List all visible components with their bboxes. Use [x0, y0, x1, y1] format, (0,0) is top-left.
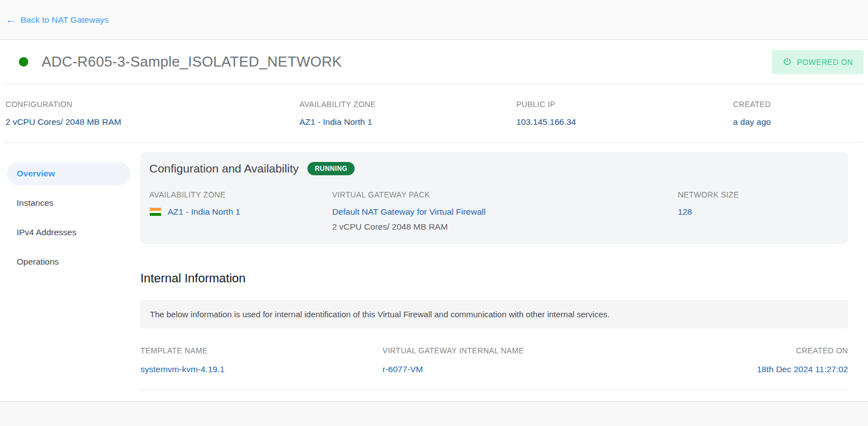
summary-created: CREATED a day ago [733, 100, 862, 127]
card-az-label: AVAILABILITY ZONE [149, 190, 332, 199]
page-title: ADC-R605-3-Sample_ISOLATED_NETWORK [42, 53, 772, 70]
footer-bar [0, 401, 868, 426]
summary-availability-zone: AVAILABILITY ZONE AZ1 - India North 1 [300, 100, 517, 127]
status-dot-icon [19, 57, 28, 67]
network-size-label: NETWORK SIZE [678, 190, 839, 199]
created-value[interactable]: a day ago [733, 117, 862, 127]
created-on-label: CREATED ON [650, 346, 848, 355]
template-name-field: TEMPLATE NAME systemvm-kvm-4.19.1 [140, 346, 382, 374]
gateway-pack-sub-value: 2 vCPU Cores/ 2048 MB RAM [332, 222, 678, 232]
availability-zone-value[interactable]: AZ1 - India North 1 [300, 117, 517, 127]
template-name-label: TEMPLATE NAME [140, 346, 382, 355]
availability-zone-label: AVAILABILITY ZONE [300, 100, 517, 109]
public-ip-value[interactable]: 103.145.166.34 [516, 117, 733, 127]
configuration-value[interactable]: 2 vCPU Cores/ 2048 MB RAM [6, 117, 300, 127]
configuration-label: CONFIGURATION [6, 100, 300, 109]
back-arrow-icon: ← [6, 14, 16, 25]
created-on-value[interactable]: 18th Dec 2024 11:27:02 [650, 364, 848, 374]
power-icon [783, 57, 792, 67]
card-fields: AVAILABILITY ZONE AZ1 - India North 1 VI… [149, 190, 839, 232]
powered-on-badge[interactable]: POWERED ON [772, 50, 864, 74]
summary-configuration: CONFIGURATION 2 vCPU Cores/ 2048 MB RAM [6, 100, 300, 127]
internal-name-value[interactable]: r-6077-VM [382, 364, 650, 374]
sidebar-item-overview[interactable]: Overview [7, 162, 130, 185]
card-network-size: NETWORK SIZE 128 [678, 190, 839, 232]
content-area: Overview Instances IPv4 Addresses Operat… [0, 143, 868, 401]
card-availability-zone: AVAILABILITY ZONE AZ1 - India North 1 [149, 190, 332, 232]
card-header: Configuration and Availability RUNNING [149, 162, 839, 175]
gateway-pack-label: VIRTUAL GATEWAY PACK [332, 190, 678, 199]
internal-info-fields: TEMPLATE NAME systemvm-kvm-4.19.1 VIRTUA… [140, 346, 848, 374]
public-ip-label: PUBLIC IP [516, 100, 733, 109]
sidebar-nav: Overview Instances IPv4 Addresses Operat… [0, 152, 140, 401]
created-label: CREATED [733, 100, 862, 109]
internal-information-title: Internal Information [140, 271, 848, 286]
summary-public-ip: PUBLIC IP 103.145.166.34 [516, 100, 733, 127]
internal-name-label: VIRTUAL GATEWAY INTERNAL NAME [382, 346, 650, 355]
running-status-badge: RUNNING [307, 162, 355, 175]
sidebar-item-operations[interactable]: Operations [7, 250, 130, 273]
sidebar-item-instances[interactable]: Instances [7, 191, 130, 215]
section-divider [140, 389, 848, 390]
india-flag-icon [149, 207, 162, 216]
network-size-value: 128 [678, 207, 839, 217]
sidebar-item-ipv4-addresses[interactable]: IPv4 Addresses [7, 221, 130, 244]
configuration-availability-card: Configuration and Availability RUNNING A… [140, 152, 848, 244]
card-title: Configuration and Availability [149, 162, 299, 175]
internal-name-field: VIRTUAL GATEWAY INTERNAL NAME r-6077-VM [382, 346, 650, 374]
card-az-value[interactable]: AZ1 - India North 1 [168, 207, 240, 217]
back-link-label: Back to NAT Gateways [21, 15, 109, 25]
main-column: Configuration and Availability RUNNING A… [140, 152, 848, 401]
created-on-field: CREATED ON 18th Dec 2024 11:27:02 [650, 346, 848, 374]
power-badge-label: POWERED ON [797, 58, 853, 67]
top-bar: ← Back to NAT Gateways [0, 0, 868, 40]
page-header: ADC-R605-3-Sample_ISOLATED_NETWORK POWER… [0, 40, 868, 84]
template-name-value[interactable]: systemvm-kvm-4.19.1 [140, 364, 382, 374]
back-to-nat-gateways-link[interactable]: ← Back to NAT Gateways [6, 14, 109, 25]
internal-info-note: The below information is used for intern… [140, 300, 848, 328]
card-gateway-pack: VIRTUAL GATEWAY PACK Default NAT Gateway… [332, 190, 678, 232]
gateway-pack-value[interactable]: Default NAT Gateway for Virtual Firewall [332, 207, 678, 217]
summary-row: CONFIGURATION 2 vCPU Cores/ 2048 MB RAM … [0, 84, 868, 142]
